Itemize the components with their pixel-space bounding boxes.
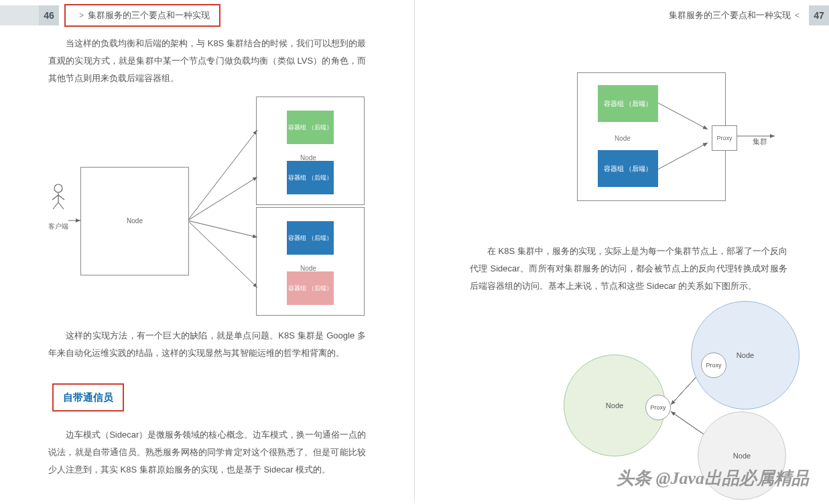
container-box: 容器组 （后端）: [598, 85, 658, 122]
client-label: 客户端: [48, 218, 68, 235]
cluster-label: 集群: [753, 133, 767, 150]
svg-line-3: [188, 220, 257, 237]
container-box: 容器组 （后端）: [598, 150, 658, 187]
paragraph: 在 K8S 集群中，服务的实现，实际上是为每一个集群节点上，部署了一个反向代理 …: [470, 243, 787, 295]
client-icon: 客户端: [48, 184, 68, 235]
paragraph: 这样的实现方法，有一个巨大的缺陷，就是单点问题。K8S 集群是 Google 多…: [48, 327, 366, 362]
svg-point-5: [54, 184, 62, 192]
svg-line-1: [188, 130, 257, 220]
backend-group-1: 容器组 （后端） Node 容器组 （后端）: [256, 97, 365, 205]
diagram-lb-topology: 客户端 Node 容器组 （后端） Node 容器组 （后端） 容器组 （后端）…: [48, 97, 366, 318]
svg-line-10: [58, 202, 64, 209]
svg-line-8: [58, 195, 64, 200]
svg-line-9: [53, 202, 58, 209]
svg-line-2: [188, 177, 257, 220]
proxy-circle: Proxy: [645, 395, 671, 420]
backend-group-2: 容器组 （后端） Node 容器组 （后端）: [256, 207, 365, 316]
header-right: 集群服务的三个要点和一种实现 < 47: [415, 5, 829, 25]
proxy-circle: Proxy: [701, 353, 726, 378]
body-left: 当这样的负载均衡和后端的架构，与 K8S 集群结合的时候，我们可以想到的最直观的…: [0, 35, 414, 479]
chapter-title-right: 集群服务的三个要点和一种实现 <: [669, 5, 809, 25]
container-box: 容器组 （后端）: [287, 221, 334, 255]
node-box: 容器组 （后端） Node 容器组 （后端） Proxy: [577, 72, 726, 201]
header-left: 46 > 集群服务的三个要点和一种实现: [0, 5, 414, 25]
svg-line-4: [188, 220, 257, 288]
margin-bar: [0, 5, 39, 25]
paragraph: 边车模式（Sidecar）是微服务领域的核心概念。边车模式，换一句通俗一点的说法…: [48, 426, 366, 479]
node-label: Node: [615, 130, 631, 147]
container-box: 容器组 （后端）: [287, 271, 334, 305]
section-heading: 自带通信员: [52, 383, 124, 412]
body-right: 容器组 （后端） Node 容器组 （后端） Proxy 集群 在 K8S 集群…: [415, 39, 829, 492]
watermark: 头条 @Java出品必属精品: [617, 466, 809, 490]
page-number-left: 46: [39, 5, 59, 25]
svg-line-7: [52, 195, 58, 200]
page-left: 46 > 集群服务的三个要点和一种实现 当这样的负载均衡和后端的架构，与 K8S…: [0, 0, 414, 502]
lb-node-box: Node: [80, 167, 189, 275]
page-right: 集群服务的三个要点和一种实现 < 47 容器组 （后端） Node 容器组 （后…: [415, 0, 829, 502]
paragraph: 当这样的负载均衡和后端的架构，与 K8S 集群结合的时候，我们可以想到的最直观的…: [48, 35, 366, 87]
proxy-box: Proxy: [712, 125, 737, 151]
chevron-left-icon: <: [795, 11, 800, 20]
container-box: 容器组 （后端）: [287, 161, 334, 194]
page-number-right: 47: [809, 5, 829, 25]
diagram-sidecar-circles: Node Node Node Proxy Proxy: [470, 304, 787, 492]
chapter-title: 集群服务的三个要点和一种实现: [669, 10, 791, 21]
chapter-title-box: > 集群服务的三个要点和一种实现: [64, 4, 220, 27]
chapter-title: 集群服务的三个要点和一种实现: [88, 10, 210, 21]
container-box: 容器组 （后端）: [287, 111, 334, 144]
chevron-right-icon: >: [79, 11, 84, 20]
diagram-node-proxy: 容器组 （后端） Node 容器组 （后端） Proxy 集群: [470, 39, 787, 233]
